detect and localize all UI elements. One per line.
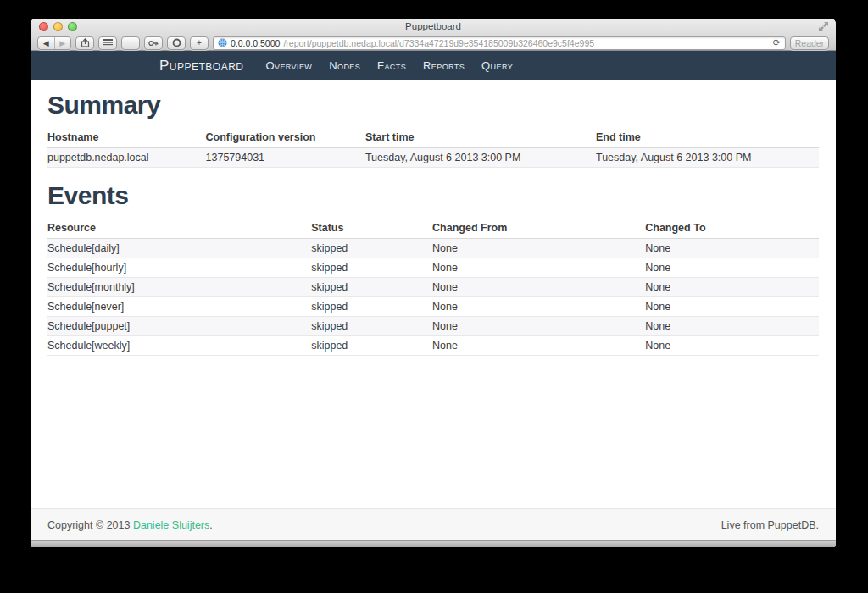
table-cell: None (432, 297, 645, 317)
table-cell: skipped (311, 317, 432, 336)
new-tab-button[interactable]: + (190, 36, 209, 50)
column-header: Resource (47, 219, 311, 239)
url-field[interactable]: 0.0.0.0:5000/report/puppetdb.nedap.local… (213, 36, 786, 50)
table-cell: None (645, 258, 819, 278)
table-cell: Schedule[daily] (47, 239, 311, 258)
column-header: Start time (365, 128, 596, 148)
table-cell: Schedule[hourly] (47, 258, 311, 278)
table-cell: Schedule[monthly] (47, 278, 311, 297)
column-header: Status (311, 219, 432, 239)
page-footer: Copyright © 2013 Daniele Sluijters. Live… (31, 508, 836, 540)
browser-toolbar: ◀ ▶ (31, 35, 836, 51)
blank-toolbar-button[interactable] (121, 36, 140, 50)
table-cell: None (432, 239, 645, 258)
browser-window: Puppetboard ◀ ▶ (31, 19, 836, 547)
nav-item-nodes[interactable]: Nodes (320, 59, 369, 72)
nav-item-reports[interactable]: Reports (415, 59, 473, 72)
table-cell: skipped (311, 278, 432, 297)
table-row: Schedule[hourly]skippedNoneNone (47, 258, 819, 278)
history-nav-group: ◀ ▶ (37, 36, 71, 50)
table-row: Schedule[daily]skippedNoneNone (47, 239, 819, 258)
table-row: Schedule[weekly]skippedNoneNone (47, 336, 819, 356)
summary-header-row: HostnameConfiguration versionStart timeE… (47, 128, 819, 148)
table-cell: 1375794031 (206, 148, 365, 168)
reader-button[interactable]: Reader (790, 36, 829, 50)
share-icon (81, 38, 90, 47)
table-row: puppetdb.nedap.local1375794031Tuesday, A… (47, 148, 819, 168)
window-bottom-edge (31, 540, 836, 547)
table-cell: Tuesday, August 6 2013 3:00 PM (365, 148, 596, 168)
table-cell: None (645, 278, 819, 297)
table-cell: None (432, 258, 645, 278)
column-header: Changed From (432, 219, 645, 239)
forward-button[interactable]: ▶ (54, 37, 71, 49)
table-cell: None (645, 297, 819, 317)
live-from-puppetdb-text: Live from PuppetDB. (721, 519, 819, 531)
circle-icon (172, 38, 181, 47)
globe-icon (218, 38, 227, 47)
reading-list-button[interactable] (98, 36, 117, 50)
table-cell: puppetdb.nedap.local (47, 148, 206, 168)
table-cell: Schedule[never] (47, 297, 311, 317)
traffic-lights (39, 22, 77, 31)
table-row: Schedule[never]skippedNoneNone (47, 297, 819, 317)
url-path: /report/puppetdb.nedap.local/d7334a47219… (283, 38, 769, 48)
navbar-brand[interactable]: Puppetboard (159, 58, 244, 75)
minimize-window-button[interactable] (53, 22, 63, 31)
table-cell: Schedule[weekly] (47, 336, 311, 356)
nav-item-overview[interactable]: Overview (258, 59, 321, 72)
column-header: Hostname (47, 128, 206, 148)
app-navbar: Puppetboard Overview Nodes Facts Reports… (31, 51, 836, 80)
nav-item-query[interactable]: Query (473, 59, 521, 72)
page-content: Summary HostnameConfiguration versionSta… (31, 80, 836, 508)
share-button[interactable] (75, 36, 94, 50)
column-header: End time (596, 128, 819, 148)
key-icon (148, 39, 159, 47)
table-cell: None (432, 317, 645, 336)
url-host: 0.0.0.0:5000 (231, 38, 280, 48)
table-cell: None (432, 278, 645, 297)
events-header-row: ResourceStatusChanged FromChanged To (47, 219, 819, 239)
list-lines-icon (103, 39, 113, 47)
table-row: Schedule[puppet]skippedNoneNone (47, 317, 819, 336)
copyright-text: Copyright © 2013 Daniele Sluijters. (47, 519, 213, 531)
window-title: Puppetboard (31, 19, 836, 34)
table-cell: skipped (311, 336, 432, 356)
events-heading: Events (47, 181, 819, 210)
column-header: Configuration version (206, 128, 365, 148)
table-cell: Schedule[puppet] (47, 317, 311, 336)
top-sites-button[interactable] (167, 36, 186, 50)
table-cell: skipped (311, 239, 432, 258)
titlebar[interactable]: Puppetboard (31, 19, 836, 35)
table-cell: None (645, 317, 819, 336)
table-cell: skipped (311, 297, 432, 317)
keychain-button[interactable] (144, 36, 163, 50)
table-cell: Tuesday, August 6 2013 3:00 PM (596, 148, 819, 168)
events-table: ResourceStatusChanged FromChanged To Sch… (47, 219, 819, 356)
fullscreen-icon[interactable] (818, 21, 829, 32)
author-link[interactable]: Daniele Sluijters (133, 519, 209, 531)
browser-chrome: Puppetboard ◀ ▶ (31, 19, 836, 51)
table-cell: skipped (311, 258, 432, 278)
back-button[interactable]: ◀ (38, 37, 54, 49)
summary-table: HostnameConfiguration versionStart timeE… (47, 128, 819, 168)
table-cell: None (432, 336, 645, 356)
refresh-icon[interactable]: ⟳ (773, 37, 781, 48)
table-cell: None (645, 239, 819, 258)
nav-item-facts[interactable]: Facts (369, 59, 415, 72)
summary-heading: Summary (47, 91, 819, 119)
column-header: Changed To (645, 219, 819, 239)
table-cell: None (645, 336, 819, 356)
close-window-button[interactable] (39, 22, 48, 31)
table-row: Schedule[monthly]skippedNoneNone (47, 278, 819, 297)
zoom-window-button[interactable] (68, 22, 77, 31)
